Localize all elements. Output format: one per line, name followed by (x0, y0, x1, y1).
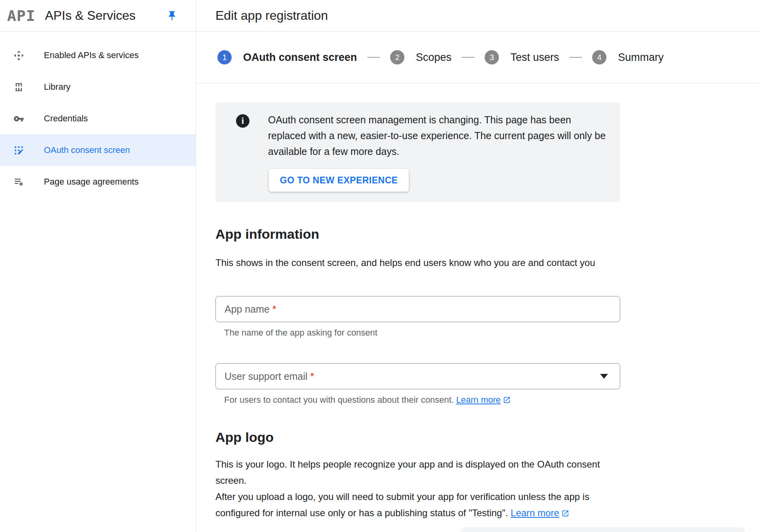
page-header: Edit app registration (196, 0, 759, 31)
step-label: OAuth consent screen (243, 51, 357, 64)
main-content: 1 OAuth consent screen 2 Scopes 3 Test u… (196, 32, 759, 532)
app-information-heading: App information (215, 226, 759, 242)
sidebar-item-library[interactable]: Library (0, 71, 196, 103)
app-name-input[interactable]: App name * (215, 296, 620, 322)
product-title: APIs & Services (45, 8, 136, 23)
app-name-helper: The name of the app asking for consent (224, 328, 759, 338)
step-scopes[interactable]: 2 Scopes (390, 50, 451, 64)
sidebar-item-label: Library (44, 82, 70, 92)
step-number-badge: 1 (217, 50, 232, 64)
key-icon (13, 113, 24, 124)
api-logo: API (7, 7, 36, 25)
user-support-email-select[interactable]: User support email * (215, 363, 620, 389)
page-agreements-icon (13, 177, 24, 187)
helper-text: For users to contact you with questions … (224, 395, 456, 405)
user-support-email-label: User support email (225, 371, 308, 382)
step-connector (462, 57, 474, 58)
learn-more-link[interactable]: Learn more (511, 507, 559, 518)
user-support-email-helper: For users to contact you with questions … (224, 395, 759, 405)
step-test-users[interactable]: 3 Test users (485, 50, 559, 64)
step-label: Summary (618, 51, 664, 64)
step-connector (569, 57, 582, 58)
app-logo-paragraph-2: After you upload a logo, you will need t… (215, 489, 619, 521)
step-summary[interactable]: 4 Summary (592, 50, 664, 64)
bottom-overlay-bar (461, 527, 745, 532)
oauth-consent-icon (13, 145, 24, 156)
library-icon (13, 82, 24, 92)
external-link-icon[interactable] (503, 396, 511, 404)
product-header: API APIs & Services (0, 0, 196, 31)
enabled-apis-icon (13, 50, 24, 61)
top-bar: API APIs & Services Edit app registratio… (0, 0, 759, 32)
pin-icon[interactable] (166, 10, 177, 21)
sidebar: Enabled APIs & services Library Credenti… (0, 32, 196, 532)
step-number-badge: 3 (485, 50, 499, 64)
app-logo-paragraph-1: This is your logo. It helps people recog… (215, 456, 619, 489)
sidebar-item-label: Enabled APIs & services (44, 50, 139, 60)
sidebar-item-enabled-apis[interactable]: Enabled APIs & services (0, 40, 196, 71)
app-logo-heading: App logo (215, 430, 759, 445)
dropdown-caret-icon (600, 374, 608, 379)
app-name-label: App name (225, 304, 270, 315)
sidebar-item-label: Page usage agreements (44, 177, 139, 187)
go-to-new-experience-button[interactable]: GO TO NEW EXPERIENCE (269, 169, 409, 192)
step-label: Test users (510, 51, 559, 64)
learn-more-link[interactable]: Learn more (456, 395, 501, 405)
sidebar-item-page-usage-agreements[interactable]: Page usage agreements (0, 166, 196, 198)
sidebar-item-label: OAuth consent screen (44, 145, 130, 155)
step-connector (367, 57, 380, 58)
info-banner: i OAuth consent screen management is cha… (215, 102, 620, 202)
external-link-icon[interactable] (561, 506, 569, 514)
required-marker: * (310, 371, 314, 382)
step-label: Scopes (416, 51, 451, 64)
banner-message: OAuth consent screen management is chang… (268, 112, 608, 159)
step-number-badge: 2 (390, 50, 404, 64)
page-title: Edit app registration (215, 8, 328, 23)
info-icon: i (236, 114, 249, 128)
wizard-stepper: 1 OAuth consent screen 2 Scopes 3 Test u… (196, 32, 759, 83)
sidebar-item-oauth-consent-screen[interactable]: OAuth consent screen (0, 134, 196, 166)
sidebar-item-credentials[interactable]: Credentials (0, 103, 196, 134)
step-oauth-consent-screen[interactable]: 1 OAuth consent screen (217, 50, 357, 64)
app-information-description: This shows in the consent screen, and he… (215, 255, 619, 271)
required-marker: * (272, 304, 276, 315)
sidebar-item-label: Credentials (44, 113, 88, 124)
step-number-badge: 4 (592, 50, 606, 64)
